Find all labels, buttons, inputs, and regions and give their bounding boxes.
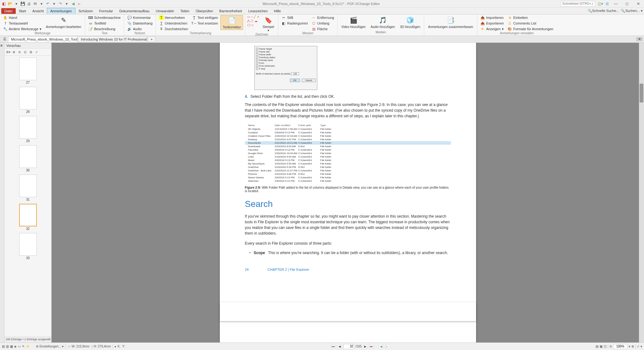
zusammenfassen-tool[interactable]: 📑Anmerkungen zusammenfassen <box>426 15 475 29</box>
tab-barrierefreiheit[interactable]: Barrierefreiheit <box>216 8 245 14</box>
thumbnail-33[interactable]: 33 <box>19 233 37 260</box>
zoom-out-button[interactable]: ⊖ <box>609 345 612 348</box>
view-icon[interactable]: ◫ <box>604 345 607 348</box>
shape-arrow-icon[interactable]: ↗ <box>257 15 259 19</box>
texteinfugen-tool[interactable]: T̬Text einfügen <box>191 15 219 20</box>
tab-datei[interactable]: Datei <box>1 8 16 14</box>
shape-polyline-icon[interactable]: ⋀ <box>247 19 250 23</box>
nav-fwd-button[interactable]: ▶ <box>385 344 390 349</box>
sb-icon[interactable]: ▦ <box>10 345 13 348</box>
options-icon[interactable]: ⚙▾ <box>6 50 11 55</box>
textersetzen-tool[interactable]: T↔Text ersetzen <box>191 21 219 26</box>
dropdown-icon[interactable]: ▾ <box>14 1 19 6</box>
thumbnail-list[interactable]: 27282930313233 <box>4 56 51 337</box>
tool-icon[interactable]: ⤢ <box>34 50 39 55</box>
print-icon[interactable]: 🖨 <box>26 1 31 6</box>
sb-icon[interactable]: ▥ <box>6 345 9 348</box>
tab-hilfe[interactable]: Hilfe <box>271 8 284 14</box>
andere-werkzeuge[interactable]: 🔧Andere Werkzeuge ▾ <box>2 26 43 31</box>
audio-tool[interactable]: 🔊Audio <box>126 26 154 31</box>
sb-icon[interactable]: ◈ <box>14 345 17 348</box>
thumbnail-29[interactable]: 29 <box>19 116 37 143</box>
shape-line-icon[interactable]: ╱ <box>254 15 256 19</box>
tab-ansicht[interactable]: Ansicht <box>29 8 47 14</box>
maximize-button[interactable]: ◻ <box>623 1 631 7</box>
close-button[interactable]: ✕ <box>634 1 643 7</box>
dropdown-icon[interactable]: ▾ <box>52 1 57 6</box>
radiergummi-tool[interactable]: ◧Radiergummi <box>280 21 309 26</box>
tab-dokumentenaufbau[interactable]: Dokumentenaufbau <box>116 8 153 14</box>
tab-lesezeichen[interactable]: Lesezeichen <box>245 8 271 14</box>
textfeld-tool[interactable]: ▭Textfeld <box>87 21 122 26</box>
zoom-dropdown[interactable]: ▾ <box>629 345 630 348</box>
tool-icon[interactable]: ⊡ <box>23 50 28 55</box>
save-icon[interactable]: 💾 <box>20 1 25 6</box>
kommentar-tool[interactable]: 💬Kommentar <box>126 15 154 20</box>
textauswahl-tool[interactable]: ＴTextauswahl <box>2 21 43 26</box>
importieren-tool[interactable]: 📥Importieren <box>479 15 505 20</box>
durchstreichen-tool[interactable]: TDurchstreichen <box>158 26 189 31</box>
doctab-2[interactable]: Introducing Windows 10 for IT Profession… <box>78 36 147 42</box>
search-link[interactable]: 🔍Suchen... ▾ <box>621 9 643 13</box>
quick-search-link[interactable]: 🔍Schnelle Suche... <box>588 9 619 13</box>
quickstart-input[interactable] <box>561 1 595 7</box>
first-page-button[interactable]: ⏮ <box>331 344 336 349</box>
dropdown-icon[interactable]: ▾ <box>39 1 44 6</box>
unterstreichen-tool[interactable]: TUnterstreichen <box>158 21 189 26</box>
tab-teilen[interactable]: Teilen <box>177 8 193 14</box>
thumbnail-32[interactable]: 32 <box>19 204 37 231</box>
viewer-scrollbar[interactable] <box>639 43 644 342</box>
prev-page-button[interactable]: ◀ <box>337 344 342 349</box>
tab-start[interactable]: Start <box>16 8 29 14</box>
stempel-tool[interactable]: 🔖Stempel ▾ <box>260 15 276 33</box>
nav-fwd-icon[interactable]: ▶ <box>77 1 82 6</box>
tab-umwandeln[interactable]: Umwandeln <box>153 8 177 14</box>
stift-tool[interactable]: ✏Stift <box>280 15 309 20</box>
schreibmaschine-tool[interactable]: ⌨Schreibmaschine <box>87 15 122 20</box>
thumbnail-28[interactable]: 28 <box>19 87 37 114</box>
tab-formular[interactable]: Formular <box>96 8 116 14</box>
comments-list-tool[interactable]: ☰Comments List <box>506 21 555 26</box>
3d-tool[interactable]: 🧊3D hinzufügen <box>398 15 422 29</box>
zoom-input[interactable] <box>613 344 627 349</box>
next-page-button[interactable]: ▶ <box>363 344 368 349</box>
sb-icon[interactable]: ✎ <box>22 345 25 348</box>
view-icon[interactable]: ▦ <box>600 345 602 348</box>
redo-icon[interactable]: ↷ <box>58 1 63 6</box>
fit-icon[interactable]: ⤢ <box>637 345 639 348</box>
entfernung-tool[interactable]: ↔Entfernung <box>310 15 336 20</box>
shape-oval-icon[interactable]: ⬭ <box>251 23 254 27</box>
thumbnail-27[interactable]: 27 <box>19 58 37 84</box>
page-input[interactable] <box>343 344 354 349</box>
zoom-out-icon[interactable]: ⊖ <box>17 50 22 55</box>
hervorheben-tool[interactable]: THervorheben <box>158 15 189 20</box>
audio-media-tool[interactable]: 🎵Audio hinzufügen <box>369 15 397 29</box>
shape-cloud-icon[interactable]: ☁ <box>254 19 258 23</box>
nav-back-icon[interactable]: ◀ <box>70 1 75 6</box>
vtab-thumbnails-icon[interactable]: ▦ <box>0 44 4 48</box>
doctab-1[interactable]: Microsoft_Press_ebook_Windows_10_Tools_8… <box>8 36 77 42</box>
close-tabs-icon[interactable]: ✕ <box>636 37 643 41</box>
video-tool[interactable]: 🎬Video hinzufügen <box>340 15 368 29</box>
tab-uberprufen[interactable]: Überprüfen <box>192 8 216 14</box>
open-icon[interactable]: 📂 <box>8 1 13 6</box>
thumbnail-30[interactable]: 30 <box>19 145 37 172</box>
sb-icon[interactable]: ▤ <box>2 345 5 348</box>
scrollbar-thumb[interactable] <box>640 84 643 103</box>
tool-icon[interactable]: ⊞ <box>28 50 33 55</box>
nav-back-button[interactable]: ◀ <box>379 344 384 349</box>
einstellungen-link[interactable]: ⚙ Einstellungen... ▾ <box>36 345 64 348</box>
shape-rect2-icon[interactable]: ▢ <box>247 23 250 27</box>
flache-tool[interactable]: ▨Fläche <box>310 26 336 31</box>
last-page-button[interactable]: ⏭ <box>369 344 374 349</box>
ui-options-icon[interactable]: ◫▾ <box>598 2 603 6</box>
dropdown-icon[interactable]: ▾ <box>64 1 69 6</box>
einbetten-tool[interactable]: ⊕Einbetten <box>506 15 555 20</box>
shape-circle-icon[interactable]: ○ <box>251 15 253 19</box>
formate-tool[interactable]: 🎨Formate für Anmerkungen <box>506 26 555 31</box>
umfang-tool[interactable]: ⬡Umfang <box>310 21 336 26</box>
zoom-in-button[interactable]: ⊕ <box>631 345 634 348</box>
hand-tool[interactable]: ✋Hand <box>2 15 43 20</box>
tab-menu-icon[interactable]: ☰ <box>1 37 8 41</box>
layout-icon[interactable]: ▾ <box>641 345 642 348</box>
